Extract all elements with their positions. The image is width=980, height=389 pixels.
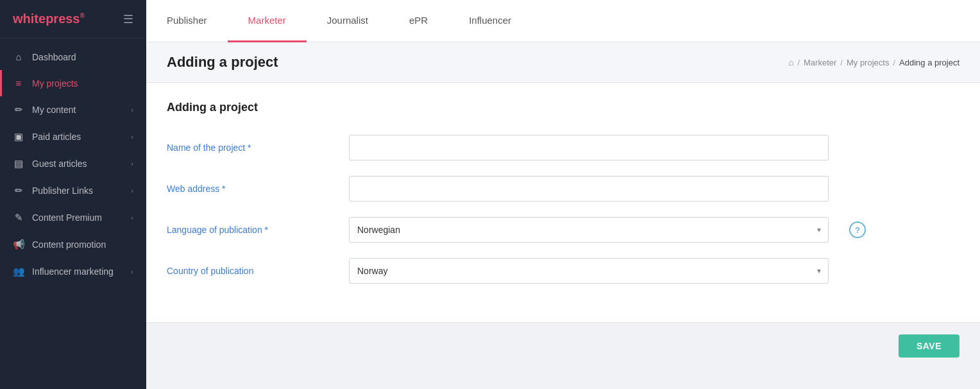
home-icon[interactable]: ⌂ <box>788 57 793 67</box>
sidebar-item-label: Content promotion <box>32 239 106 250</box>
content-area: Adding a project Name of the project * W… <box>146 83 980 389</box>
save-button[interactable]: SAVE <box>899 334 959 358</box>
sidebar-item-dashboard[interactable]: ⌂ Dashboard <box>0 44 146 70</box>
sidebar-item-label: Influencer marketing <box>32 266 114 277</box>
content-promotion-icon: 📢 <box>13 239 24 250</box>
sidebar-item-label: Guest articles <box>32 159 87 169</box>
breadcrumb-marketer[interactable]: Marketer <box>804 58 836 67</box>
sidebar-item-publisher-links[interactable]: ✏ Publisher Links › <box>0 177 146 204</box>
sidebar-item-label: Paid articles <box>32 132 81 142</box>
logo-reg: ® <box>80 12 85 19</box>
sidebar-item-content-premium[interactable]: ✎ Content Premium › <box>0 204 146 231</box>
breadcrumb-current: Adding a project <box>899 58 959 67</box>
sidebar-item-my-content[interactable]: ✏ My content › <box>0 96 146 123</box>
footer-bar: SAVE <box>146 322 980 369</box>
chevron-icon: › <box>131 214 133 221</box>
logo-red: press <box>46 12 80 26</box>
chevron-icon: › <box>131 268 133 275</box>
breadcrumb-sep: / <box>797 58 800 67</box>
sidebar-item-paid-articles[interactable]: ▣ Paid articles › <box>0 123 146 150</box>
select-wrap-language: Norwegian English German French Spanish … <box>349 217 829 243</box>
tab-influencer[interactable]: Influencer <box>448 0 532 42</box>
tab-journalist[interactable]: Journalist <box>307 0 389 42</box>
help-icon-language[interactable]: ? <box>849 221 866 238</box>
form-row-language: Language of publication * Norwegian Engl… <box>167 217 959 243</box>
main-content: Publisher Marketer Journalist ePR Influe… <box>146 0 980 389</box>
publisher-links-icon: ✏ <box>13 185 24 196</box>
dashboard-icon: ⌂ <box>13 51 24 62</box>
breadcrumb: ⌂ / Marketer / My projects / Adding a pr… <box>788 57 959 67</box>
sidebar-item-label: My projects <box>32 78 78 89</box>
logo-area: whitepress® ☰ <box>0 0 146 39</box>
paid-articles-icon: ▣ <box>13 131 24 143</box>
influencer-marketing-icon: 👥 <box>13 266 24 277</box>
sidebar-item-label: My content <box>32 105 76 115</box>
guest-articles-icon: ▤ <box>13 158 24 169</box>
sidebar-item-label: Dashboard <box>32 52 76 62</box>
sidebar-item-guest-articles[interactable]: ▤ Guest articles › <box>0 150 146 177</box>
logo: whitepress® <box>13 12 85 26</box>
tab-epr[interactable]: ePR <box>389 0 448 42</box>
hamburger-icon[interactable]: ☰ <box>123 12 133 26</box>
chevron-icon: › <box>131 187 133 195</box>
sidebar-item-label: Publisher Links <box>32 186 93 196</box>
my-projects-icon: ≡ <box>13 78 24 89</box>
sidebar-item-influencer-marketing[interactable]: 👥 Influencer marketing › <box>0 258 146 285</box>
select-language[interactable]: Norwegian English German French Spanish <box>349 217 829 243</box>
sidebar-item-content-promotion[interactable]: 📢 Content promotion <box>0 231 146 258</box>
chevron-icon: › <box>131 133 133 141</box>
form-row-country: Country of publication Norway Germany Fr… <box>167 258 959 284</box>
form-card: Adding a project Name of the project * W… <box>146 83 980 322</box>
sidebar-item-my-projects[interactable]: ≡ My projects <box>0 70 146 96</box>
tab-publisher[interactable]: Publisher <box>146 0 228 42</box>
input-project-name[interactable] <box>349 135 829 160</box>
input-web-address[interactable] <box>349 176 829 202</box>
chevron-icon: › <box>131 160 133 168</box>
breadcrumb-my-projects[interactable]: My projects <box>847 58 889 67</box>
label-language: Language of publication * <box>167 225 334 235</box>
content-premium-icon: ✎ <box>13 212 24 223</box>
tab-marketer[interactable]: Marketer <box>228 0 307 42</box>
select-country[interactable]: Norway Germany France United Kingdom Uni… <box>349 258 829 284</box>
sidebar: whitepress® ☰ ⌂ Dashboard ≡ My projects … <box>0 0 146 389</box>
chevron-icon: › <box>131 106 133 114</box>
breadcrumb-sep: / <box>893 58 895 67</box>
form-row-web-address: Web address * <box>167 176 959 202</box>
form-card-title: Adding a project <box>167 101 959 114</box>
top-tab-bar: Publisher Marketer Journalist ePR Influe… <box>146 0 980 42</box>
form-row-project-name: Name of the project * <box>167 135 959 160</box>
sidebar-item-label: Content Premium <box>32 212 102 223</box>
label-country: Country of publication <box>167 266 334 276</box>
label-web-address: Web address * <box>167 184 334 194</box>
page-title: Adding a project <box>167 54 278 71</box>
select-wrap-country: Norway Germany France United Kingdom Uni… <box>349 258 829 284</box>
page-header: Adding a project ⌂ / Marketer / My proje… <box>146 42 980 83</box>
my-content-icon: ✏ <box>13 104 24 116</box>
label-project-name: Name of the project * <box>167 143 334 153</box>
breadcrumb-sep: / <box>840 58 843 67</box>
sidebar-navigation: ⌂ Dashboard ≡ My projects ✏ My content ›… <box>0 39 146 290</box>
logo-white: white <box>13 12 46 26</box>
